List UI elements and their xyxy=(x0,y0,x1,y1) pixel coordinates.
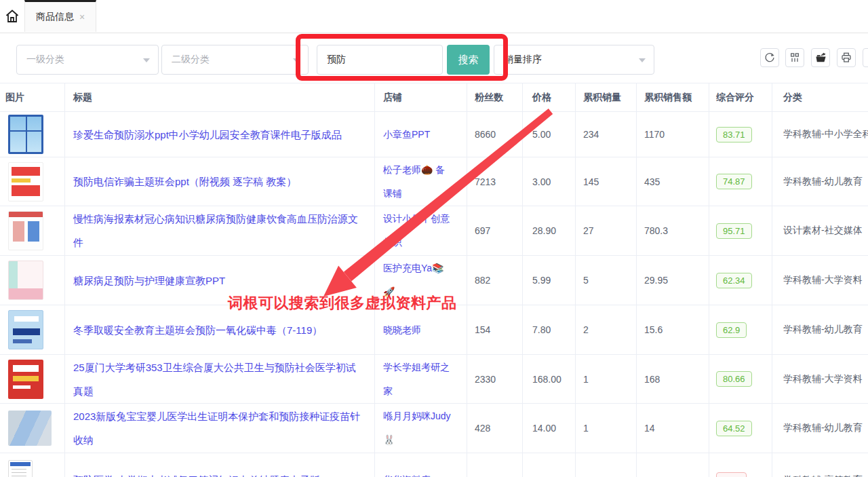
fans-count: 697 xyxy=(475,206,517,255)
price-value: 14.00 xyxy=(532,404,572,453)
product-thumbnail[interactable] xyxy=(8,360,43,399)
category-text: 设计素材-社交媒体 xyxy=(783,206,868,255)
product-title-link[interactable]: 预防医学 大学期末考试复习笔记知识点总结题库电子版 xyxy=(73,468,320,477)
home-button[interactable] xyxy=(0,0,24,33)
table-header: 图片标题店铺粉丝数价格累积销量累积销售额综合评分分类 xyxy=(0,83,868,112)
search-input[interactable] xyxy=(317,45,443,75)
shop-link[interactable]: 华华资料库 xyxy=(383,468,431,477)
shop-link[interactable]: 喺月月妈咪Judy🐰 xyxy=(383,404,454,452)
category2-select[interactable]: 二级分类 xyxy=(161,45,309,75)
table-row: 预防电信诈骗主题班会ppt（附视频 逐字稿 教案） 松子老师🌰 备课铺 7213… xyxy=(0,157,868,206)
product-thumbnail[interactable] xyxy=(8,115,43,154)
sales-count: 2 xyxy=(583,305,631,354)
category1-select[interactable]: 一级分类 xyxy=(16,45,159,75)
refresh-icon xyxy=(764,52,775,63)
sales-count: 5 xyxy=(583,256,631,305)
category1-placeholder: 一级分类 xyxy=(26,54,64,66)
score-badge: 95.71 xyxy=(716,223,752,239)
score-badge: 80.66 xyxy=(716,371,752,387)
shop-link[interactable]: 学长学姐考研之家 xyxy=(383,356,454,403)
column-header: 图片 xyxy=(5,83,24,111)
export-button[interactable] xyxy=(811,48,830,67)
shop-link[interactable]: 设计小保丨创意标识 xyxy=(383,207,454,254)
fans-count: 2527 xyxy=(475,453,517,477)
price-value: 7.80 xyxy=(532,305,572,354)
column-header: 分类 xyxy=(783,83,802,111)
product-title-link[interactable]: 珍爱生命预防溺水ppt中小学幼儿园安全教育课件电子版成品 xyxy=(73,123,342,147)
shop-link[interactable]: 晓晓老师 xyxy=(383,318,421,342)
column-settings-button[interactable] xyxy=(785,48,804,67)
table-row: 2023新版兔宝宝婴儿医学出生证明本保护套和预防接种证疫苗针收纳 喺月月妈咪Ju… xyxy=(0,404,868,453)
revenue-value: 15.6 xyxy=(644,305,702,354)
category-text: 学科教辅-幼儿教育 xyxy=(783,404,868,453)
product-title-link[interactable]: 2023新版兔宝宝婴儿医学出生证明本保护套和预防接种证疫苗针收纳 xyxy=(73,404,363,452)
category-text: 学科教辅-幼儿教育 xyxy=(783,305,868,354)
score-badge: 83.71 xyxy=(716,127,752,142)
price-value: 168.00 xyxy=(532,355,572,403)
product-thumbnail[interactable] xyxy=(8,460,33,477)
product-thumbnail[interactable] xyxy=(8,162,43,202)
product-thumbnail[interactable] xyxy=(8,211,43,250)
revenue-value: 14 xyxy=(644,404,702,453)
category-text: 学科教辅-幼儿教育 xyxy=(783,157,868,206)
product-title-link[interactable]: 糖尿病足预防与护理健康宣教PPT xyxy=(73,269,225,292)
product-thumbnail[interactable] xyxy=(8,261,43,300)
tab-label: 商品信息 xyxy=(36,11,74,23)
category-text: 学科教辅-中小学全科 xyxy=(783,112,868,157)
revenue-value: 780.3 xyxy=(644,206,702,255)
tab-product-info[interactable]: 商品信息 × xyxy=(24,0,96,32)
refresh-button[interactable] xyxy=(760,48,779,67)
price-value: 28.90 xyxy=(532,206,572,255)
print-button[interactable] xyxy=(837,48,856,67)
tab-close-icon[interactable]: × xyxy=(79,12,85,22)
chevron-down-icon xyxy=(639,58,646,62)
more-button[interactable] xyxy=(863,48,868,67)
shop-link[interactable]: 小章鱼PPT xyxy=(383,123,430,147)
export-icon xyxy=(815,52,827,64)
product-title-link[interactable]: 慢性病海报素材冠心病知识糖尿病预防健康饮食高血压防治源文件 xyxy=(73,207,363,254)
revenue-value: 0 xyxy=(644,453,702,477)
table-row: 25厦门大学考研353卫生综合厦大公共卫生与预防社会医学初试真题 学长学姐考研之… xyxy=(0,355,868,404)
category2-placeholder: 二级分类 xyxy=(172,54,210,66)
chevron-down-icon xyxy=(143,58,150,62)
table-row: 糖尿病足预防与护理健康宣教PPT 医护充电Ya📚 🚀 882 5.99 5 29… xyxy=(0,256,868,305)
table-row: 慢性病海报素材冠心病知识糖尿病预防健康饮食高血压防治源文件 设计小保丨创意标识 … xyxy=(0,206,868,256)
home-icon xyxy=(4,8,20,24)
sales-count: 145 xyxy=(583,157,631,206)
price-value: 3.00 xyxy=(532,157,572,206)
column-header: 粉丝数 xyxy=(475,83,503,111)
product-title-link[interactable]: 预防电信诈骗主题班会ppt（附视频 逐字稿 教案） xyxy=(73,170,296,193)
column-settings-icon xyxy=(789,52,800,63)
fans-count: 428 xyxy=(475,404,517,453)
product-thumbnail[interactable] xyxy=(8,310,43,349)
sales-count: 1 xyxy=(583,355,631,403)
sort-select[interactable]: 销量排序 xyxy=(494,45,654,75)
score-badge: 64.52 xyxy=(716,421,752,436)
shop-link[interactable]: 松子老师🌰 备课铺 xyxy=(383,158,454,206)
shop-link[interactable]: 医护充电Ya📚 🚀 xyxy=(383,256,454,304)
category-text: 学科教辅-大学资料 xyxy=(783,355,868,403)
sales-count: 27 xyxy=(583,206,631,255)
revenue-value: 435 xyxy=(644,157,702,206)
fans-count: 7213 xyxy=(475,157,517,206)
sort-value: 销量排序 xyxy=(504,54,542,66)
sales-count: 1 xyxy=(583,404,631,453)
revenue-value: 29.95 xyxy=(644,256,702,305)
print-icon xyxy=(841,52,852,63)
table-body: 珍爱生命预防溺水ppt中小学幼儿园安全教育课件电子版成品 小章鱼PPT 8660… xyxy=(0,112,868,477)
column-header: 价格 xyxy=(532,83,551,111)
product-title-link[interactable]: 25厦门大学考研353卫生综合厦大公共卫生与预防社会医学初试真题 xyxy=(73,356,363,403)
search-button[interactable]: 搜索 xyxy=(447,45,490,75)
product-info-page: 商品信息 × 一级分类 二级分类 搜索 销量排序 xyxy=(0,0,868,477)
product-thumbnail[interactable] xyxy=(8,411,52,446)
product-title-link[interactable]: 冬季取暖安全教育主题班会预防一氧化碳中毒（7-119） xyxy=(73,318,322,342)
sales-count: 234 xyxy=(583,112,631,157)
category-text: 学科教辅-高等教育 xyxy=(783,453,868,477)
price-value: 2.88 xyxy=(532,453,572,477)
column-header: 累积销量 xyxy=(583,83,621,111)
category-text: 学科教辅-大学资料 xyxy=(783,256,868,305)
table-row: 预防医学 大学期末考试复习笔记知识点总结题库电子版 华华资料库 2527 2.8… xyxy=(0,453,868,477)
column-header: 累积销售额 xyxy=(644,83,692,111)
fans-count: 882 xyxy=(475,256,517,305)
tab-bar: 商品信息 × xyxy=(0,0,868,33)
